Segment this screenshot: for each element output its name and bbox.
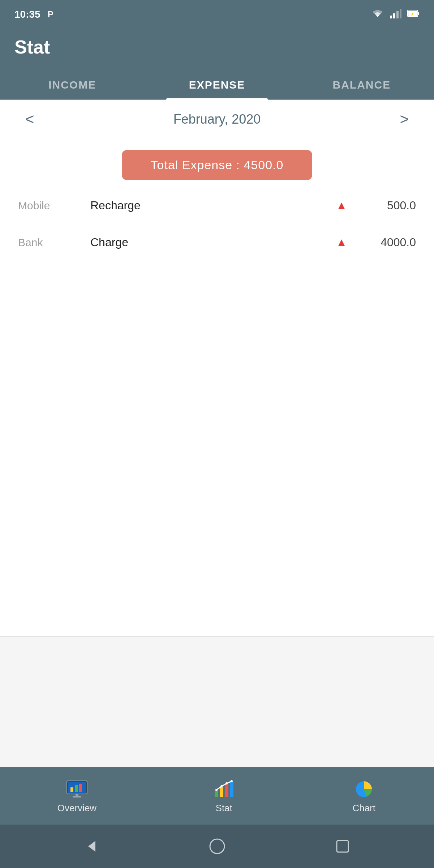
svg-rect-14 xyxy=(73,796,81,798)
svg-point-25 xyxy=(210,839,224,854)
svg-rect-2 xyxy=(396,11,399,18)
expense-category: Bank xyxy=(18,236,90,249)
svg-rect-12 xyxy=(79,784,82,792)
svg-rect-5 xyxy=(418,12,419,15)
android-nav-bar xyxy=(0,825,434,868)
nav-overview-label: Overview xyxy=(57,803,96,814)
svg-rect-1 xyxy=(393,13,395,18)
expense-name: Charge xyxy=(90,236,336,249)
svg-point-19 xyxy=(215,789,218,791)
svg-point-21 xyxy=(225,782,228,784)
back-button[interactable] xyxy=(79,834,104,859)
expense-up-icon: ▲ xyxy=(336,236,347,249)
svg-rect-11 xyxy=(75,785,78,792)
time-display: 10:35 xyxy=(14,9,40,20)
total-expense-badge: Total Expense : 4500.0 xyxy=(122,150,313,180)
svg-point-22 xyxy=(231,780,233,782)
expense-item: Mobile Recharge ▲ 500.0 xyxy=(14,187,420,224)
app-header: Stat xyxy=(0,29,434,69)
overview-icon xyxy=(64,779,90,799)
expense-amount: 500.0 xyxy=(358,199,416,212)
svg-rect-16 xyxy=(220,787,223,797)
home-button[interactable] xyxy=(205,834,230,859)
svg-rect-15 xyxy=(215,791,218,797)
page-title: Stat xyxy=(14,36,420,69)
month-display: February, 2020 xyxy=(173,112,261,127)
expense-name: Recharge xyxy=(90,199,336,212)
svg-rect-0 xyxy=(390,16,392,18)
wifi-icon xyxy=(371,8,384,21)
svg-rect-13 xyxy=(76,794,78,796)
svg-point-20 xyxy=(220,785,223,787)
chart-icon xyxy=(351,779,377,799)
tab-expense[interactable]: EXPENSE xyxy=(145,69,289,99)
tab-bar: INCOME EXPENSE BALANCE xyxy=(0,69,434,100)
total-expense-section: Total Expense : 4500.0 xyxy=(0,139,434,187)
svg-rect-17 xyxy=(225,784,228,797)
svg-marker-24 xyxy=(88,841,95,852)
nav-overview[interactable]: Overview xyxy=(57,779,96,814)
month-navigator: < February, 2020 > xyxy=(0,100,434,139)
bottom-nav: Overview Stat xyxy=(0,767,434,825)
nav-chart-label: Chart xyxy=(352,803,375,814)
stat-icon xyxy=(211,779,237,799)
tab-balance[interactable]: BALANCE xyxy=(289,69,434,99)
svg-rect-18 xyxy=(230,782,233,797)
svg-rect-3 xyxy=(400,9,401,18)
signal-icon xyxy=(390,8,401,21)
nav-chart[interactable]: Chart xyxy=(351,779,377,814)
expense-amount: 4000.0 xyxy=(358,236,416,249)
nav-stat-label: Stat xyxy=(216,803,232,814)
expense-item: Bank Charge ▲ 4000.0 xyxy=(14,224,420,261)
empty-content-area xyxy=(0,261,434,637)
status-bar: 10:35 P ⚡ xyxy=(0,0,434,29)
tab-income[interactable]: INCOME xyxy=(0,69,145,99)
nav-stat[interactable]: Stat xyxy=(211,779,237,814)
next-month-button[interactable]: > xyxy=(392,111,416,128)
prev-month-button[interactable]: < xyxy=(18,111,42,128)
carrier-icon: P xyxy=(48,9,53,20)
svg-text:⚡: ⚡ xyxy=(410,12,415,16)
expense-up-icon: ▲ xyxy=(336,199,347,212)
expense-list: Mobile Recharge ▲ 500.0 Bank Charge ▲ 40… xyxy=(0,187,434,261)
svg-rect-26 xyxy=(337,841,348,852)
svg-rect-10 xyxy=(70,787,73,792)
recent-button[interactable] xyxy=(330,834,355,859)
battery-icon: ⚡ xyxy=(407,8,420,21)
expense-category: Mobile xyxy=(18,200,90,212)
